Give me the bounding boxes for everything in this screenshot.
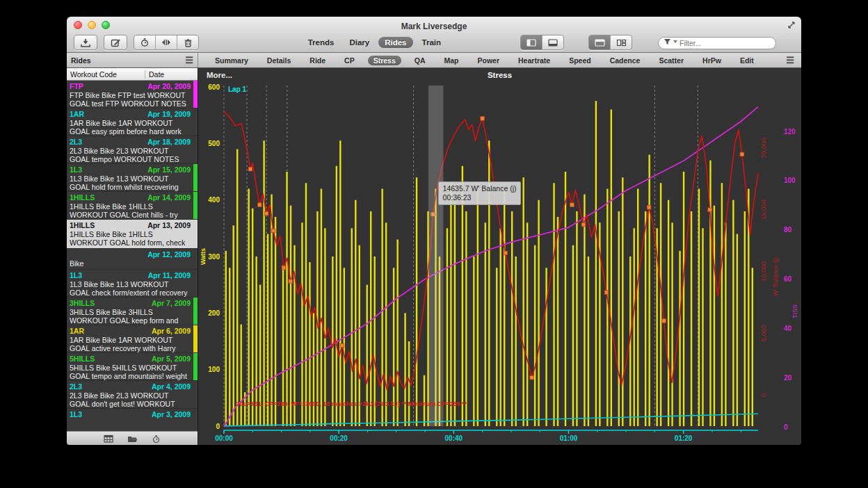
titlebar[interactable]: Mark Liversedge: [67, 17, 801, 33]
toggle-sidebar-button[interactable]: [521, 35, 542, 49]
delete-ride-button[interactable]: [177, 35, 198, 49]
minimize-button[interactable]: [88, 21, 96, 29]
stopwatch-small-icon[interactable]: [152, 434, 161, 444]
view-tab-trends[interactable]: Trends: [302, 37, 341, 48]
ride-item[interactable]: Apr 12, 2009Bike: [67, 249, 198, 270]
selection-band[interactable]: [428, 86, 443, 426]
filter-funnel-icon[interactable]: [664, 38, 671, 45]
chart-tab-map[interactable]: Map: [439, 56, 465, 65]
ride-color-stripe: [193, 298, 198, 325]
fullscreen-icon[interactable]: [787, 21, 796, 29]
calendar-icon[interactable]: [104, 434, 113, 443]
layout-controls: [520, 35, 638, 50]
ride-item[interactable]: 1HILLSApr 14, 20091HILLS Bike Bike 1HILL…: [67, 192, 198, 220]
tiled-view-button[interactable]: [611, 35, 632, 49]
chart-tab-hrpw[interactable]: HrPw: [697, 56, 727, 65]
ride-description-line: 1AR Bike Bike 1AR WORKOUT: [70, 119, 191, 128]
ride-description-line: GOAL check form/extent of recovery: [70, 288, 191, 298]
stress-chart-canvas[interactable]: 00:0000:2000:4001:0001:20600500400300200…: [198, 68, 801, 445]
toggle-bottombar-button[interactable]: [542, 35, 563, 49]
ride-date: Apr 7, 2009: [152, 299, 191, 308]
svg-text:100: 100: [208, 366, 220, 373]
ride-date: Apr 19, 2009: [147, 110, 191, 119]
window-chrome: Mark Liversedge: [67, 17, 801, 53]
edit-ride-button[interactable]: [104, 35, 127, 50]
chart-tab-speed[interactable]: Speed: [563, 56, 597, 65]
ride-item[interactable]: 1ARApr 6, 20091AR Bike Bike 1AR WORKOUTG…: [67, 325, 198, 353]
ride-code: 1L3: [70, 165, 82, 174]
chart-tab-summary[interactable]: Summary: [209, 56, 254, 65]
ride-description-line: 3HILLS Bike Bike 3HILLS: [70, 308, 191, 317]
ride-item[interactable]: 1L3Apr 3, 2009: [67, 409, 198, 431]
ride-item[interactable]: 1L3Apr 11, 20091L3 Bike Bike 1L3 WORKOUT…: [67, 270, 198, 298]
ride-code: FTP: [70, 82, 83, 91]
ride-description-line: GOAL active recovery with Harry: [70, 344, 191, 353]
view-tab-train[interactable]: Train: [416, 37, 447, 48]
close-button[interactable]: [74, 21, 82, 29]
sidebar-menu-icon[interactable]: ☰: [185, 55, 193, 65]
chart-menu-icon[interactable]: ☰: [786, 55, 794, 65]
trash-icon: [184, 38, 193, 47]
watts-axis-label: Watts: [200, 248, 207, 265]
svg-text:100: 100: [784, 177, 796, 184]
view-tabs: TrendsDiaryRidesTrain: [302, 37, 447, 48]
ride-item[interactable]: 3HILLSApr 7, 20093HILLS Bike Bike 3HILLS…: [67, 298, 198, 325]
ride-item[interactable]: 5HILLSApr 5, 20095HILLS Bike 5HILLS WORK…: [67, 353, 198, 381]
chart-tab-qa[interactable]: QA: [409, 56, 431, 65]
ride-date: Apr 13, 2009: [147, 221, 191, 230]
rides-sidebar: Workout Code Date FTPApr 20, 2009FTP Bik…: [67, 68, 198, 445]
split-ride-button[interactable]: [156, 35, 177, 49]
view-tab-rides[interactable]: Rides: [378, 37, 412, 48]
view-tab-diary[interactable]: Diary: [343, 37, 376, 48]
ride-date: Apr 5, 2009: [152, 355, 191, 364]
ride-item[interactable]: 2L3Apr 4, 20092L3 Bike Bike 2L3 WORKOUTG…: [67, 381, 198, 409]
column-date[interactable]: Date: [145, 70, 198, 79]
column-workout-code[interactable]: Workout Code: [67, 70, 145, 79]
ride-item[interactable]: 1ARApr 19, 20091AR Bike Bike 1AR WORKOUT…: [67, 108, 198, 136]
ride-date: Apr 20, 2009: [147, 82, 191, 91]
chart-area[interactable]: 00:0000:2000:4001:0001:20600500400300200…: [198, 68, 801, 445]
ride-date: Apr 11, 2009: [148, 271, 191, 280]
folder-icon[interactable]: [127, 434, 138, 443]
download-icon: [80, 38, 91, 47]
chart-tab-cp[interactable]: CP: [339, 56, 360, 65]
filter-dropdown-icon[interactable]: [673, 38, 678, 45]
cp-annotation: Tau=451, CP=280, W'=23000, 18 matches >2…: [236, 400, 467, 407]
secondary-bar: Rides ☰ SummaryDetailsRideCPStressQAMapP…: [67, 53, 801, 68]
ride-description-line: 2L3 Bike Bike 2L3 WORKOUT: [70, 391, 191, 400]
svg-text:0: 0: [216, 423, 220, 430]
chart-tab-heartrate[interactable]: Heartrate: [513, 56, 556, 65]
ride-color-stripe: [193, 353, 198, 380]
save-button[interactable]: [74, 35, 97, 50]
ride-date: Apr 6, 2009: [152, 327, 191, 336]
list-column-header[interactable]: Workout Code Date: [67, 68, 198, 81]
svg-text:600: 600: [208, 83, 220, 91]
ride-description-line: 1L3 Bike Bike 1L3 WORKOUT: [70, 174, 191, 184]
svg-text:00:40: 00:40: [445, 434, 463, 442]
zoom-button[interactable]: [102, 21, 110, 29]
ride-date: Apr 18, 2009: [147, 138, 191, 147]
svg-text:120: 120: [784, 128, 796, 136]
chart-tab-ride[interactable]: Ride: [304, 56, 331, 65]
chart-tab-power[interactable]: Power: [472, 56, 506, 65]
ride-item[interactable]: FTPApr 20, 2009FTP Bike Bike FTP test WO…: [67, 81, 198, 108]
svg-text:40: 40: [784, 325, 792, 332]
chart-tab-edit[interactable]: Edit: [734, 56, 760, 65]
ride-color-stripe: [193, 164, 198, 191]
ride-item[interactable]: 1L3Apr 15, 20091L3 Bike Bike 1L3 WORKOUT…: [67, 164, 198, 192]
chart-tab-bar: SummaryDetailsRideCPStressQAMapPowerHear…: [198, 53, 801, 67]
svg-text:01:00: 01:00: [560, 434, 578, 442]
chart-tab-details[interactable]: Details: [262, 56, 296, 65]
tiss-axis-label: TISS: [791, 304, 798, 318]
chart-tab-cadence[interactable]: Cadence: [604, 56, 646, 65]
chart-tab-stress[interactable]: Stress: [368, 56, 401, 65]
ride-item[interactable]: 1HILLSApr 13, 20091HILLS Bike Bike 1HILL…: [67, 220, 198, 249]
single-view-button[interactable]: [589, 35, 611, 49]
ride-item[interactable]: 2L3Apr 18, 20092L3 Bike Bike 2L3 WORKOUT…: [67, 136, 198, 164]
svg-text:00:20: 00:20: [330, 434, 348, 442]
ride-date: Apr 12, 2009: [147, 250, 191, 259]
svg-text:0: 0: [760, 393, 767, 396]
intervals-button[interactable]: [134, 35, 156, 49]
chart-tab-scatter[interactable]: Scatter: [653, 56, 689, 65]
tooltip-value: 14635.7 W' Balance (j): [443, 184, 517, 193]
